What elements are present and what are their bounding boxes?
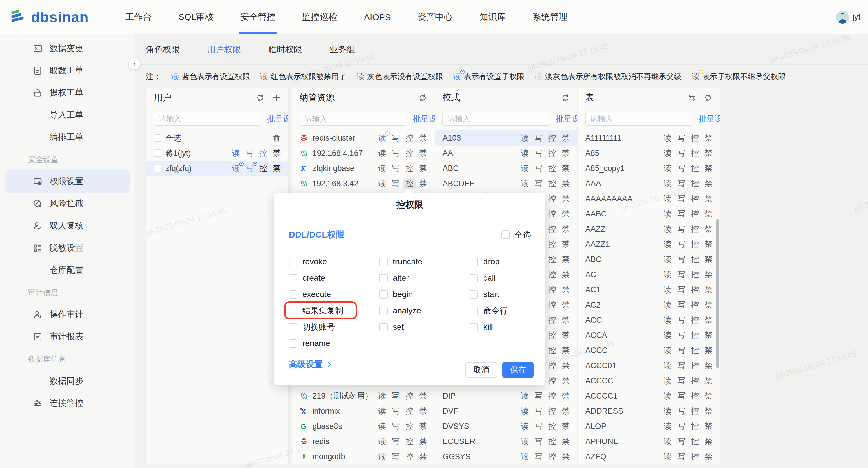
sidebar-item-取数工单[interactable]: 取数工单 <box>5 60 130 82</box>
schema-row[interactable]: DIP读写控禁 <box>435 388 577 404</box>
perm-button-写[interactable]: 写 <box>535 149 542 157</box>
permission-option-begin[interactable]: begin <box>379 286 470 302</box>
perm-button-读[interactable]: 读 <box>663 240 672 248</box>
sidebar-item-脱敏设置[interactable]: 脱敏设置 <box>5 237 130 259</box>
table-row[interactable]: AAAAAAAAA读写控禁 <box>578 191 720 206</box>
resources-search-input[interactable] <box>300 112 407 126</box>
checkbox[interactable] <box>289 323 297 331</box>
perm-button-禁[interactable]: 禁 <box>562 134 570 142</box>
schemas-search-input[interactable] <box>442 112 550 126</box>
select-all-checkbox[interactable] <box>501 231 510 239</box>
perm-button-读[interactable]: 读 <box>663 225 672 233</box>
perm-button-控[interactable]: 控 <box>691 225 699 233</box>
topnav-item-系统管理[interactable]: 系统管理 <box>533 0 567 34</box>
sidebar-item-双人复核[interactable]: 双人复核 <box>5 215 130 237</box>
perm-button-禁[interactable]: 禁 <box>419 407 427 415</box>
perm-button-禁[interactable]: 禁 <box>705 271 713 279</box>
perm-button-控[interactable]: 控 <box>548 377 556 385</box>
perm-button-控[interactable]: 控 <box>691 195 699 203</box>
permission-option-drop[interactable]: drop <box>470 254 560 270</box>
perm-button-读[interactable]: 读 <box>663 377 672 385</box>
perm-button-读[interactable]: 读 <box>663 210 672 218</box>
perm-button-读[interactable]: 读 <box>521 134 529 142</box>
perm-button-禁[interactable]: 禁 <box>705 392 713 400</box>
sidebar-item-数据同步[interactable]: 数据同步 <box>5 370 130 392</box>
perm-button-禁[interactable]: 禁 <box>562 286 570 294</box>
resource-row[interactable]: redis读写控禁 <box>292 434 435 449</box>
perm-button-控[interactable]: 控 <box>691 286 699 294</box>
schemas-bulk-settings-link[interactable]: 批量设置 <box>556 114 577 124</box>
perm-button-禁[interactable]: 禁 <box>562 256 570 263</box>
perm-button-读[interactable]: 读 <box>521 180 529 187</box>
checkbox[interactable] <box>379 274 388 283</box>
schema-row[interactable]: AA读写控禁 <box>435 146 577 161</box>
perm-button-控[interactable]: 控 <box>548 407 556 415</box>
sidebar-item-仓库配置[interactable]: 仓库配置 <box>5 259 130 281</box>
perm-button-控[interactable]: 控 <box>548 240 556 248</box>
resources-bulk-settings-link[interactable]: 批量设置 <box>413 114 435 124</box>
perm-button-读[interactable]: 读 <box>378 453 386 461</box>
permission-option-kill[interactable]: kill <box>470 319 560 335</box>
perm-button-禁[interactable]: 禁 <box>562 195 570 203</box>
perm-button-写[interactable]: 写 <box>677 240 685 248</box>
perm-button-读[interactable]: 读 <box>663 362 672 370</box>
perm-button-读[interactable]: 读 <box>663 422 672 430</box>
perm-button-控[interactable]: 控 <box>405 165 413 172</box>
perm-button-控[interactable]: 控 <box>691 316 699 324</box>
table-row[interactable]: AC1读写控禁 <box>578 282 720 297</box>
cancel-button[interactable]: 取消 <box>465 362 497 378</box>
perm-button-禁[interactable]: 禁 <box>562 331 570 339</box>
perm-button-禁[interactable]: 禁 <box>562 316 570 324</box>
perm-button-读[interactable]: 读 <box>521 149 529 157</box>
table-row[interactable]: AC2读写控禁 <box>578 297 720 313</box>
permission-option-truncate[interactable]: truncate <box>379 254 470 270</box>
perm-button-控[interactable]: 控 <box>691 210 699 218</box>
perm-button-禁[interactable]: 禁 <box>562 407 570 415</box>
schema-row[interactable]: GGSYS读写控禁 <box>435 449 577 464</box>
perm-button-读[interactable]: 读 <box>663 438 672 445</box>
perm-button-禁[interactable]: 禁 <box>705 210 713 218</box>
perm-button-读[interactable]: 读 <box>378 407 386 415</box>
perm-button-写[interactable]: 写 <box>392 134 400 142</box>
sidebar-item-提权工单[interactable]: 提权工单 <box>5 82 130 104</box>
perm-button-写[interactable]: 写 <box>677 286 685 294</box>
table-row[interactable]: A85读写控禁 <box>578 146 720 161</box>
resource-row[interactable]: Ggbase8s读写控禁 <box>292 419 435 434</box>
perm-button-禁[interactable]: 禁 <box>419 149 427 157</box>
table-row[interactable]: AAA读写控禁 <box>578 176 720 191</box>
perm-button-写[interactable]: 写 <box>677 149 685 157</box>
perm-button-写[interactable]: 写 <box>392 180 400 187</box>
perm-button-禁[interactable]: 禁 <box>562 453 570 461</box>
perm-button-禁[interactable]: 禁 <box>562 422 570 430</box>
perm-button-禁[interactable]: 禁 <box>562 392 570 400</box>
perm-button-控[interactable]: 控 <box>691 453 699 461</box>
checkbox[interactable] <box>289 306 297 315</box>
perm-button-控[interactable]: 控 <box>548 180 556 187</box>
perm-button-禁[interactable]: 禁 <box>419 134 427 142</box>
refresh-icon[interactable] <box>418 93 427 102</box>
perm-button-禁[interactable]: 禁 <box>705 422 713 430</box>
perm-button-控[interactable]: 控 <box>691 392 699 400</box>
sidebar-item-导入工单[interactable]: 导入工单 <box>5 104 130 126</box>
topnav-item-工作台[interactable]: 工作台 <box>125 0 152 34</box>
permission-option-切换账号[interactable]: 切换账号 <box>289 319 379 335</box>
perm-button-控[interactable]: 控 <box>691 149 699 157</box>
perm-button-写[interactable]: 写 <box>677 256 685 263</box>
perm-button-禁[interactable]: 禁 <box>562 301 570 309</box>
table-row[interactable]: ABC读写控禁 <box>578 252 720 267</box>
schema-row[interactable]: ECUSER读写控禁 <box>435 434 577 449</box>
table-row[interactable]: A11111111读写控禁 <box>578 130 720 146</box>
add-user-icon[interactable] <box>272 93 281 102</box>
perm-button-禁[interactable]: 禁 <box>273 149 281 157</box>
perm-button-控[interactable]: 控 <box>405 453 413 461</box>
perm-button-读[interactable]: 读 <box>378 392 386 400</box>
users-search-input[interactable] <box>154 112 261 126</box>
perm-button-读[interactable]: 读 <box>663 165 672 172</box>
perm-button-读[interactable]: 读 <box>378 422 386 430</box>
perm-button-控[interactable]: 控 <box>691 331 699 339</box>
perm-button-写[interactable]: 写 <box>677 210 685 218</box>
table-row[interactable]: ACCC读写控禁 <box>578 343 720 358</box>
checkbox[interactable] <box>379 258 388 266</box>
perm-button-控[interactable]: 控 <box>548 438 556 445</box>
perm-button-控[interactable]: 控 <box>259 165 267 172</box>
